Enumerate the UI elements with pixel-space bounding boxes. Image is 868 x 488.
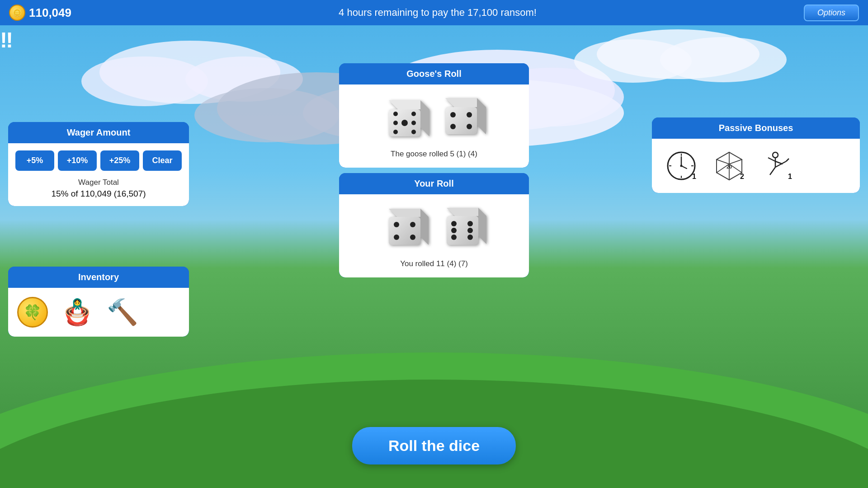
goose-die-1 <box>380 94 429 143</box>
svg-point-47 <box>467 235 473 240</box>
passive-kick-icon-wrap: 1 <box>761 150 793 182</box>
goose-die-2 <box>439 94 488 143</box>
svg-point-24 <box>411 121 416 125</box>
goose-roll-result: The goose rolled 5 (1) (4) <box>391 150 477 159</box>
wager-total-label: Wager Total <box>15 178 182 187</box>
wager-5pct-button[interactable]: +5% <box>15 150 54 171</box>
svg-marker-26 <box>477 98 486 134</box>
svg-point-46 <box>451 235 457 240</box>
roll-section: Goose's Roll <box>339 63 529 277</box>
svg-point-20 <box>393 130 398 134</box>
top-bar: 🪙 110,049 4 hours remaining to pay the 1… <box>0 0 868 25</box>
inventory-body: 🍀 🪆 🔨 <box>8 288 189 337</box>
ransom-message: 4 hours remaining to pay the 17,100 rans… <box>71 7 804 19</box>
inventory-title: Inventory <box>8 267 189 288</box>
balance-text: 110,049 <box>29 6 71 20</box>
your-roll-result: You rolled 11 (4) (7) <box>400 259 468 268</box>
your-dice-row <box>380 203 488 253</box>
svg-point-42 <box>451 221 457 226</box>
svg-point-64 <box>773 152 778 158</box>
passive-clock-icon-wrap: 1 <box>665 150 697 182</box>
svg-line-70 <box>786 159 789 161</box>
wager-panel: Wager Amount +5% +10% +25% Clear Wager T… <box>8 122 189 206</box>
wager-10pct-button[interactable]: +10% <box>58 150 97 171</box>
passive-clock-count: 1 <box>692 173 696 181</box>
goose-dice-row <box>380 94 488 143</box>
passive-body: 1 20 2 <box>652 139 860 193</box>
svg-line-68 <box>770 167 775 175</box>
passive-kick-count: 1 <box>788 173 792 181</box>
wager-total-value: 15% of 110,049 (16,507) <box>15 189 182 199</box>
svg-rect-34 <box>389 217 420 245</box>
coin-icon: 🪙 <box>9 5 25 21</box>
d20-icon: 20 <box>715 151 744 181</box>
wager-25pct-button[interactable]: +25% <box>100 150 139 171</box>
svg-marker-16 <box>420 100 429 136</box>
wager-clear-button[interactable]: Clear <box>143 150 182 171</box>
wager-body: +5% +10% +25% Clear Wager Total 15% of 1… <box>8 143 189 206</box>
goose-roll-body: The goose rolled 5 (1) (4) <box>339 84 529 168</box>
passive-title: Passive Bonuses <box>652 117 860 139</box>
your-die-2 <box>439 203 488 253</box>
svg-marker-40 <box>478 208 486 244</box>
passive-d20-icon-wrap: 20 2 <box>713 150 745 182</box>
kick-icon <box>763 151 792 181</box>
your-die-1 <box>380 203 429 253</box>
svg-point-21 <box>393 112 398 116</box>
wager-title: Wager Amount <box>8 122 189 143</box>
svg-line-66 <box>768 158 775 161</box>
inventory-panel: Inventory 🍀 🪆 🔨 <box>8 267 189 337</box>
svg-point-30 <box>450 124 456 129</box>
your-roll-title: Your Roll <box>339 173 529 194</box>
clock-icon <box>667 151 696 181</box>
svg-text:20: 20 <box>726 164 731 169</box>
svg-point-19 <box>411 112 416 116</box>
svg-point-37 <box>394 235 399 240</box>
inventory-doll-item[interactable]: 🪆 <box>61 300 93 325</box>
svg-point-28 <box>450 112 456 117</box>
svg-point-44 <box>451 228 457 233</box>
passive-kick-item: 1 <box>761 150 793 182</box>
left-partial-icon: ‼ <box>0 29 13 51</box>
svg-point-31 <box>467 124 472 129</box>
roll-dice-button[interactable]: Roll the dice <box>352 427 516 465</box>
svg-point-45 <box>467 228 473 233</box>
svg-point-35 <box>394 222 399 227</box>
passive-d20-count: 2 <box>740 173 744 181</box>
inventory-coin-item[interactable]: 🍀 <box>17 297 48 328</box>
svg-point-22 <box>411 130 416 134</box>
goose-roll-panel: Goose's Roll <box>339 63 529 168</box>
svg-point-43 <box>467 221 473 226</box>
goose-roll-title: Goose's Roll <box>339 63 529 84</box>
svg-point-36 <box>410 222 415 227</box>
svg-marker-33 <box>420 209 429 245</box>
svg-point-18 <box>401 120 408 126</box>
inventory-hammer-item[interactable]: 🔨 <box>107 300 138 325</box>
passive-clock-item: 1 <box>665 150 697 182</box>
passive-d20-item: 20 2 <box>713 150 745 182</box>
wager-buttons: +5% +10% +25% Clear <box>15 150 182 171</box>
svg-point-23 <box>393 121 398 125</box>
your-roll-panel: Your Roll <box>339 173 529 277</box>
passive-panel: Passive Bonuses 1 <box>652 117 860 193</box>
svg-rect-27 <box>445 107 477 134</box>
options-button[interactable]: Options <box>804 5 859 21</box>
your-roll-body: You rolled 11 (4) (7) <box>339 194 529 277</box>
svg-point-38 <box>410 235 415 240</box>
svg-point-29 <box>467 112 472 117</box>
